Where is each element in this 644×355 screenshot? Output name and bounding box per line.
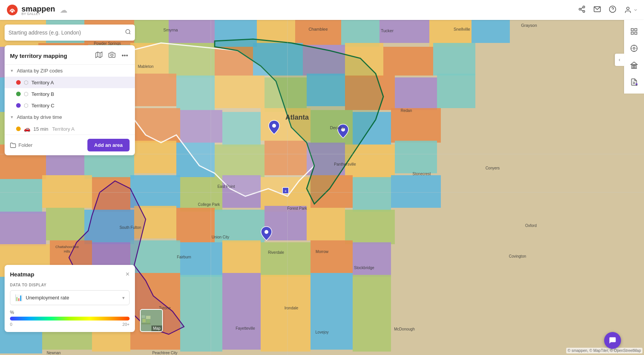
city-label-atlanta: Atlanta <box>285 113 309 121</box>
svg-rect-92 <box>310 240 353 273</box>
right-sidebar: + <box>624 20 644 94</box>
drive-chevron-icon: ▼ <box>10 115 14 119</box>
svg-text:Forest Park: Forest Park <box>287 206 307 210</box>
map-thumbnail-label: Map <box>151 325 162 331</box>
sidebar-collapse-button[interactable]: ‹ <box>615 54 624 66</box>
territory-c-dot <box>16 103 21 108</box>
svg-text:Riverdale: Riverdale <box>268 250 284 255</box>
help-button[interactable] <box>609 5 616 15</box>
svg-point-162 <box>633 48 635 49</box>
svg-text:Morrow: Morrow <box>315 250 329 254</box>
svg-text:Fairburn: Fairburn <box>177 255 191 259</box>
svg-text:Smyrna: Smyrna <box>163 28 178 32</box>
svg-rect-93 <box>353 242 391 277</box>
svg-line-146 <box>129 33 130 34</box>
camera-button[interactable] <box>107 51 117 61</box>
svg-text:Stonecrest: Stonecrest <box>412 172 431 176</box>
svg-text:Panthersville: Panthersville <box>334 162 356 166</box>
svg-marker-147 <box>96 52 102 58</box>
svg-rect-20 <box>341 20 380 47</box>
zip-codes-group[interactable]: ▼ Atlanta by ZIP codes <box>5 65 135 77</box>
svg-point-0 <box>7 5 18 15</box>
territory-b-item[interactable]: ⬡ Territory B <box>5 88 135 100</box>
help-chat-button[interactable] <box>604 332 621 349</box>
search-button[interactable] <box>125 29 131 36</box>
svg-point-2 <box>583 6 585 8</box>
folder-label: Folder <box>18 142 33 148</box>
svg-text:Mableton: Mableton <box>138 64 153 69</box>
search-input[interactable] <box>8 30 125 36</box>
heatmap-gradient-bar <box>10 317 130 320</box>
heatmap-panel: Heatmap × DATA TO DISPLAY 📊 Unemployment… <box>5 265 135 332</box>
map-thumbnail[interactable]: Map <box>140 309 163 332</box>
svg-rect-34 <box>433 43 475 76</box>
svg-point-145 <box>126 30 130 34</box>
svg-point-150 <box>111 54 113 56</box>
heatmap-dropdown[interactable]: 📊 Unemployment rate ▾ <box>10 290 130 305</box>
svg-text:East Point: East Point <box>217 184 235 189</box>
drive-15min-item[interactable]: 🚗 15 min Territory A <box>5 123 135 135</box>
territory-b-hex-icon: ⬡ <box>24 91 28 97</box>
territory-a-item[interactable]: ⬡ Territory A <box>5 77 135 88</box>
svg-point-10 <box>627 7 629 10</box>
sidebar-location-button[interactable] <box>626 41 642 56</box>
panel-title: My territory mapping <box>10 53 91 59</box>
svg-rect-160 <box>635 32 637 35</box>
heatmap-percent-label: % <box>10 310 130 315</box>
share-button[interactable] <box>578 5 586 15</box>
more-options-button[interactable]: ••• <box>120 51 130 60</box>
svg-point-3 <box>579 8 581 10</box>
svg-text:Stockbridge: Stockbridge <box>354 266 375 270</box>
folder-button[interactable]: Folder <box>10 142 33 148</box>
attribution: © smappen, © MapTiler, © OpenStreetMap <box>566 348 642 353</box>
svg-text:Hills: Hills <box>64 250 71 253</box>
svg-text:Oxford: Oxford <box>525 224 537 228</box>
search-bar <box>5 25 135 41</box>
svg-rect-89 <box>180 242 222 277</box>
svg-text:Irondale: Irondale <box>284 306 299 310</box>
mail-button[interactable] <box>593 5 601 15</box>
svg-text:Lovejoy: Lovejoy <box>315 330 329 334</box>
heatmap-gradient-labels: 0 20+ <box>10 322 130 327</box>
territory-b-label: Territory B <box>31 91 54 97</box>
svg-rect-65 <box>395 141 437 173</box>
svg-text:Chamblee: Chamblee <box>309 27 328 31</box>
territory-c-label: Territory C <box>31 103 54 108</box>
svg-point-1 <box>11 10 13 13</box>
user-button[interactable] <box>624 6 638 14</box>
territory-c-item[interactable]: ⬡ Territory C <box>5 100 135 111</box>
svg-rect-101 <box>310 273 353 350</box>
svg-rect-153 <box>146 316 151 319</box>
territory-c-hex-icon: ⬡ <box>24 102 28 108</box>
cloud-button[interactable]: ☁ <box>58 5 69 15</box>
drive-time-group[interactable]: ▼ Atlanta by drive time <box>5 111 135 123</box>
svg-text:Tucker: Tucker <box>381 28 394 33</box>
svg-rect-67 <box>42 175 92 208</box>
drive-car-icon: 🚗 <box>24 126 30 132</box>
svg-rect-99 <box>222 273 261 350</box>
svg-rect-45 <box>437 74 475 108</box>
svg-rect-91 <box>261 242 310 277</box>
sidebar-bank-button[interactable] <box>626 58 642 73</box>
svg-line-5 <box>581 10 583 11</box>
svg-rect-157 <box>631 29 634 31</box>
svg-rect-55 <box>391 108 441 143</box>
svg-point-4 <box>583 10 585 12</box>
logo-text-area: smappen BY GALLEY <box>21 5 55 16</box>
svg-rect-44 <box>395 77 437 110</box>
svg-rect-159 <box>631 32 634 35</box>
territory-b-dot <box>16 92 21 96</box>
svg-rect-152 <box>141 315 145 318</box>
sidebar-data-button[interactable]: + <box>626 74 642 90</box>
drive-15min-label: 15 min <box>33 126 48 132</box>
svg-text:Chattahoochee: Chattahoochee <box>55 245 79 249</box>
svg-rect-98 <box>180 275 222 352</box>
svg-rect-33 <box>383 47 433 76</box>
sidebar-grid-button[interactable] <box>626 24 642 39</box>
add-area-button[interactable]: Add an area <box>87 139 130 151</box>
svg-rect-156 <box>141 323 150 324</box>
left-panel: My territory mapping ••• ▼ Atlanta by ZI… <box>5 45 135 155</box>
heatmap-close-button[interactable]: × <box>125 270 130 278</box>
map-view-button[interactable] <box>94 51 104 61</box>
svg-text:Grayson: Grayson <box>521 23 537 28</box>
